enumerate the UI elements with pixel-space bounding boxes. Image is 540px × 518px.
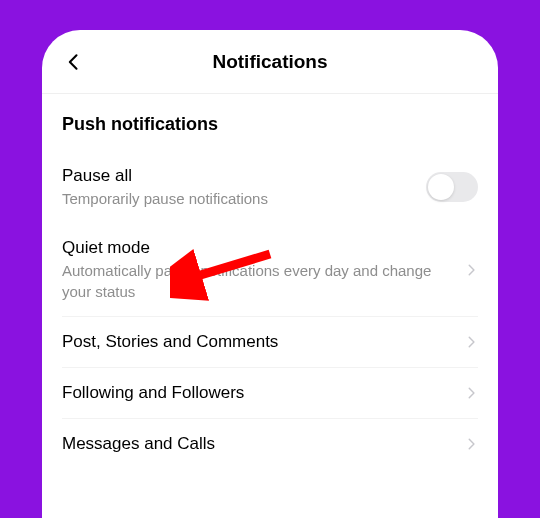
chevron-right-icon — [464, 386, 478, 400]
row-label: Post, Stories and Comments — [62, 331, 452, 353]
row-label: Quiet mode — [62, 237, 452, 259]
row-sublabel: Temporarily pause notifications — [62, 189, 414, 209]
content-area: Push notifications Pause all Temporarily… — [42, 94, 498, 469]
row-label: Pause all — [62, 165, 414, 187]
row-text: Post, Stories and Comments — [62, 331, 452, 353]
pause-all-toggle[interactable] — [426, 172, 478, 202]
header-bar: Notifications — [42, 30, 498, 94]
row-pause-all[interactable]: Pause all Temporarily pause notification… — [62, 151, 478, 223]
chevron-right-icon — [464, 335, 478, 349]
chevron-right-icon — [464, 263, 478, 277]
row-text: Messages and Calls — [62, 433, 452, 455]
row-sublabel: Automatically pause notifications every … — [62, 261, 452, 302]
row-posts-stories-comments[interactable]: Post, Stories and Comments — [62, 316, 478, 367]
settings-screen: Notifications Push notifications Pause a… — [42, 30, 498, 518]
row-messages-calls[interactable]: Messages and Calls — [62, 418, 478, 469]
row-text: Following and Followers — [62, 382, 452, 404]
toggle-knob — [428, 174, 454, 200]
row-text: Quiet mode Automatically pause notificat… — [62, 237, 452, 302]
row-label: Messages and Calls — [62, 433, 452, 455]
row-quiet-mode[interactable]: Quiet mode Automatically pause notificat… — [62, 223, 478, 316]
row-label: Following and Followers — [62, 382, 452, 404]
page-title: Notifications — [56, 51, 484, 73]
row-text: Pause all Temporarily pause notification… — [62, 165, 414, 209]
chevron-right-icon — [464, 437, 478, 451]
section-title-push: Push notifications — [62, 94, 478, 151]
row-following-followers[interactable]: Following and Followers — [62, 367, 478, 418]
